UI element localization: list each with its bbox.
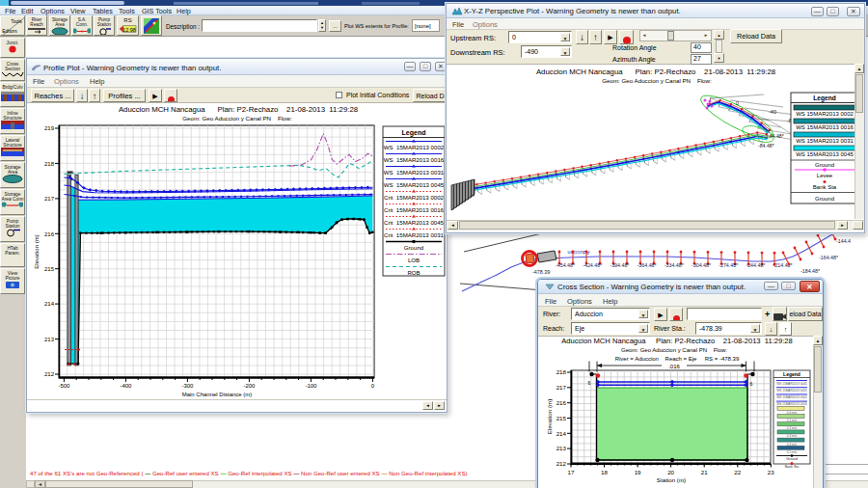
svg-text:Legend: Legend: [402, 129, 426, 137]
svg-text:WS 15MAR2013 0002: WS 15MAR2013 0002: [796, 111, 854, 117]
svg-text:6: 6: [588, 380, 591, 386]
svg-text:Ground: Ground: [815, 162, 834, 168]
svg-text:212: 212: [556, 460, 567, 467]
svg-text:ROB: ROB: [407, 269, 420, 276]
svg-text:Tools: Tools: [11, 18, 22, 24]
svg-text:Levee: Levee: [817, 173, 833, 178]
svg-text:Aduccion MCH Nancagua Pla: Aduccion MCH Nancagua Plan: P2-Rechazo 2…: [119, 105, 358, 114]
svg-text:River = Aduccion Reach = Ej: River = Aduccion Reach = Eje RS = -478.3…: [615, 356, 740, 362]
svg-text:-500: -500: [58, 383, 70, 389]
svg-text:215: 215: [44, 266, 55, 272]
svg-text:WS 15MAR2013 0016: WS 15MAR2013 0016: [796, 124, 854, 130]
svg-text:Ground: Ground: [786, 457, 798, 461]
svg-text:WS 15MAR2013 0031: WS 15MAR2013 0031: [796, 138, 854, 144]
svg-text:Crit 15MAR2013 0045: Crit 15MAR2013 0045: [384, 219, 445, 226]
svg-text:0: 0: [371, 383, 375, 389]
svg-text:-40: -40: [769, 109, 776, 115]
svg-text:Elevation (m): Elevation (m): [34, 234, 40, 268]
svg-text:Editors: Editors: [2, 28, 17, 34]
svg-text:0.3 m/s: 0.3 m/s: [787, 434, 798, 438]
svg-text:-44.48*: -44.48*: [768, 133, 784, 139]
svg-text:-394.48*: -394.48*: [610, 262, 629, 268]
svg-text:WS 15MAR2013 0045: WS 15MAR2013 0045: [776, 382, 807, 386]
svg-text:-200: -200: [243, 383, 256, 389]
svg-text:18: 18: [601, 469, 608, 475]
svg-text:-424.48*: -424.48*: [583, 262, 602, 268]
svg-text:20: 20: [667, 469, 674, 475]
svg-text:-334.48*: -334.48*: [665, 262, 684, 268]
svg-text:21: 21: [701, 469, 708, 475]
svg-text:19: 19: [635, 469, 641, 475]
svg-text:-478.39: -478.39: [532, 269, 550, 275]
svg-text:0: 0: [736, 100, 739, 106]
svg-text:219: 219: [44, 125, 55, 131]
svg-text:-184.48*: -184.48*: [800, 268, 820, 274]
svg-text:0.5 m/s: 0.5 m/s: [787, 450, 798, 454]
svg-text:WS 15MAR2013 0031: WS 15MAR2013 0031: [776, 389, 807, 393]
svg-text:218: 218: [44, 161, 55, 167]
svg-text:Aduccion MCH Nancagua Pla: Aduccion MCH Nancagua Plan: P2-Rechazo 2…: [536, 68, 775, 76]
svg-text:213: 213: [44, 337, 55, 342]
svg-text:-144.4: -144.4: [836, 238, 851, 244]
svg-text:0.2 m/s: 0.2 m/s: [787, 426, 798, 430]
svg-text:WS 15MAR2013 0002: WS 15MAR2013 0002: [776, 395, 807, 399]
svg-text:Legend: Legend: [813, 95, 835, 102]
svg-text:Crit 15MAR2013 0016: Crit 15MAR2013 0016: [384, 206, 445, 213]
svg-text:.016: .016: [668, 364, 680, 369]
svg-text:Legend: Legend: [783, 371, 800, 377]
svg-text:-244.48*: -244.48*: [746, 262, 765, 268]
svg-text:Ground: Ground: [404, 244, 423, 251]
svg-text:22: 22: [734, 469, 741, 475]
svg-text:Aduccion MCH Nancagua Plan: Aduccion MCH Nancagua Plan: P2-Rechazo 2…: [561, 337, 793, 345]
svg-text:Elevation (m): Elevation (m): [546, 399, 553, 434]
svg-text:Main Channel Distance (m): Main Channel Distance (m): [182, 392, 253, 397]
svg-text:Geom: Geo Aduccion y Canal PN: Geom: Geo Aduccion y Canal PN Flow:: [621, 347, 727, 353]
svg-text:-300: -300: [181, 383, 194, 389]
svg-text:214: 214: [556, 430, 567, 437]
svg-text:WS 15MAR2013 0031: WS 15MAR2013 0031: [384, 169, 445, 176]
svg-text:Ground: Ground: [815, 196, 834, 202]
svg-text:-164.48*: -164.48*: [819, 255, 838, 260]
svg-text:17: 17: [568, 469, 575, 475]
svg-text:214: 214: [44, 301, 55, 307]
svg-text:216: 216: [44, 231, 55, 237]
svg-text:Crit 15MAR2013 0002: Crit 15MAR2013 0002: [384, 194, 445, 201]
svg-text:LOB: LOB: [408, 257, 420, 263]
svg-text:218: 218: [556, 368, 567, 375]
svg-text:213: 213: [556, 445, 567, 451]
svg-text:WS 15MAR2013 0016: WS 15MAR2013 0016: [384, 156, 445, 163]
svg-text:0.0 m/s: 0.0 m/s: [787, 411, 798, 415]
svg-text:-100: -100: [305, 383, 317, 389]
svg-text:Station (m): Station (m): [657, 476, 686, 483]
svg-text:-454.48*: -454.48*: [556, 262, 575, 268]
svg-text:217: 217: [556, 384, 567, 391]
svg-text:WS 15MAR2013 0016: WS 15MAR2013 0016: [776, 402, 807, 406]
svg-text:Geom: Geo Aduccion y Canal PN: Geom: Geo Aduccion y Canal PN Flow:: [182, 115, 292, 122]
svg-text:-274.48*: -274.48*: [719, 262, 738, 268]
svg-text:6: 6: [750, 381, 753, 387]
svg-text:212: 212: [44, 371, 55, 377]
svg-text:217: 217: [44, 196, 55, 202]
svg-text:12.98: 12.98: [122, 26, 136, 32]
svg-text:-84.48*: -84.48*: [758, 143, 774, 149]
svg-text:WS 15MAR2013 0045: WS 15MAR2013 0045: [796, 151, 854, 157]
svg-text:-364.48*: -364.48*: [637, 262, 657, 268]
svg-text:-304.48*: -304.48*: [692, 262, 711, 268]
svg-text:WS 15MAR2013 0045: WS 15MAR2013 0045: [384, 181, 445, 188]
svg-text:216: 216: [556, 399, 567, 406]
svg-text:23: 23: [768, 469, 774, 475]
svg-text:Bank Sta: Bank Sta: [813, 184, 837, 190]
svg-text:-400: -400: [120, 383, 132, 389]
svg-text:Crit 15MAR2013 0031: Crit 15MAR2013 0031: [384, 231, 445, 238]
svg-text:WS 15MAR2013 0002: WS 15MAR2013 0002: [384, 144, 445, 150]
svg-text:Geom: Geo Aduccion y Canal PN: Geom: Geo Aduccion y Canal PN Flow:: [602, 77, 712, 84]
svg-text:Bank Sta: Bank Sta: [785, 465, 800, 469]
svg-text:0.4 m/s: 0.4 m/s: [787, 443, 798, 447]
svg-text:0.1 m/s: 0.1 m/s: [787, 419, 798, 422]
svg-text:215: 215: [556, 415, 567, 421]
